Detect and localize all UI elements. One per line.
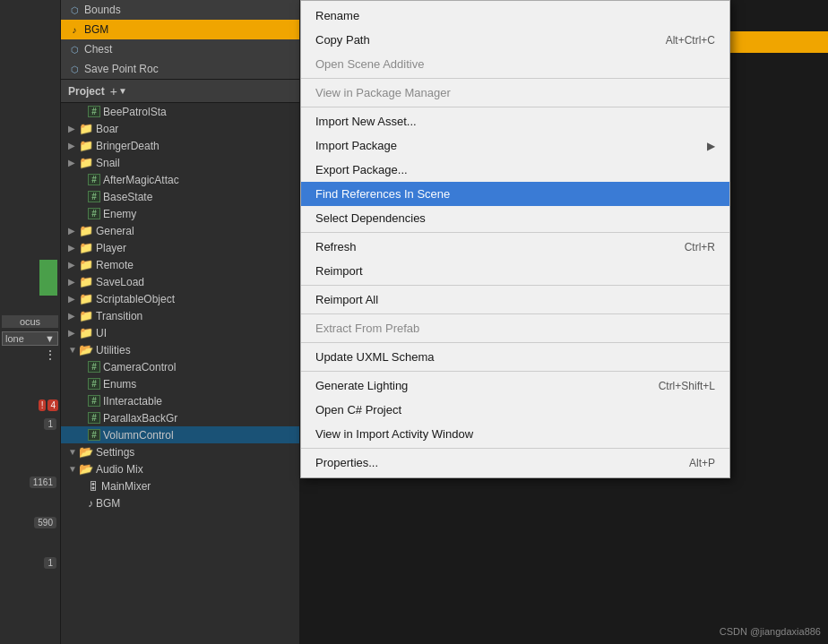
menu-item-label: Find References In Scene xyxy=(315,187,450,201)
tree-item-label: Transition xyxy=(96,310,142,322)
error-icon: ! xyxy=(39,399,47,411)
tree-item-label: BaseState xyxy=(103,191,152,203)
tree-item-utilities[interactable]: ▼ 📂 Utilities xyxy=(61,341,299,358)
project-tree[interactable]: # BeePatrolSta ▶ 📁 Boar ▶ 📁 BringerDeath… xyxy=(61,103,299,644)
more-options-icon[interactable]: ⋮ xyxy=(44,348,56,362)
scene-item-chest[interactable]: ⬡ Chest xyxy=(61,39,299,59)
folder-open-icon: 📂 xyxy=(79,462,93,476)
script-icon: # xyxy=(88,361,100,373)
tree-item-volumncontrol[interactable]: # VolumnControl xyxy=(61,426,299,443)
none-dropdown[interactable]: lone ▼ xyxy=(2,331,58,346)
tree-item-beepatrolsta[interactable]: # BeePatrolSta xyxy=(61,103,299,120)
tree-item-label: Utilities xyxy=(96,344,131,356)
menu-item-rename[interactable]: Rename xyxy=(301,4,729,28)
tree-item-remote[interactable]: ▶ 📁 Remote xyxy=(61,256,299,273)
info-badge-1: 1 xyxy=(44,416,56,430)
tree-item-label: ParallaxBackGr xyxy=(103,412,177,425)
audio-file-icon: ♪ xyxy=(88,497,93,510)
error-badge-area: ! 4 xyxy=(2,399,58,411)
tree-item-label: General xyxy=(96,225,134,237)
mesh-icon: ⬡ xyxy=(68,4,81,16)
menu-separator xyxy=(301,371,729,372)
script-icon: # xyxy=(88,429,100,441)
folder-icon: 📁 xyxy=(79,275,93,288)
info-badge-590: 590 xyxy=(34,515,56,528)
tree-item-label: Settings xyxy=(96,446,134,459)
folder-open-arrow-icon: ▼ xyxy=(68,447,79,457)
scene-item-bgm[interactable]: ♪ BGM xyxy=(61,20,299,39)
tree-item-snail[interactable]: ▶ 📁 Snail xyxy=(61,154,299,171)
tree-item-label: Enemy xyxy=(103,208,136,220)
menu-item-label: Select Dependencies xyxy=(315,211,426,225)
tree-item-parallaxbackgr[interactable]: # ParallaxBackGr xyxy=(61,409,299,426)
menu-item-generate-lighting[interactable]: Generate Lighting Ctrl+Shift+L xyxy=(301,374,729,398)
tree-item-cameracontrol[interactable]: # CameraControl xyxy=(61,358,299,375)
error-count: 4 xyxy=(47,399,58,411)
tree-item-basestate[interactable]: # BaseState xyxy=(61,188,299,205)
menu-separator xyxy=(301,313,729,314)
menu-item-open-csharp-project[interactable]: Open C# Project xyxy=(301,398,729,422)
mixer-icon: 🎛 xyxy=(88,480,99,493)
script-icon: # xyxy=(88,106,100,117)
scene-item-label: BGM xyxy=(84,23,108,36)
menu-item-update-uxml-schema[interactable]: Update UXML Schema xyxy=(301,345,729,369)
menu-item-reimport-all[interactable]: Reimport All xyxy=(301,288,729,312)
tree-item-transition[interactable]: ▶ 📁 Transition xyxy=(61,307,299,324)
add-button[interactable]: + ▼ xyxy=(110,84,127,99)
tree-item-player[interactable]: ▶ 📁 Player xyxy=(61,239,299,256)
tree-item-boar[interactable]: ▶ 📁 Boar xyxy=(61,120,299,137)
watermark: CSDN @jiangdaxia886 xyxy=(720,626,821,637)
menu-item-label: Copy Path xyxy=(315,33,370,47)
tree-item-saveload[interactable]: ▶ 📁 SaveLoad xyxy=(61,273,299,290)
folder-icon: 📁 xyxy=(79,292,93,305)
tree-item-enums[interactable]: # Enums xyxy=(61,375,299,392)
scene-header: ⬡ Bounds ♪ BGM ⬡ Chest ⬡ Save Point Roc xyxy=(61,0,299,80)
tree-item-settings[interactable]: ▼ 📂 Settings xyxy=(61,443,299,460)
folder-arrow-icon: ▶ xyxy=(68,328,79,338)
tree-item-enemy[interactable]: # Enemy xyxy=(61,205,299,222)
menu-item-view-import-activity[interactable]: View in Import Activity Window xyxy=(301,422,729,446)
menu-separator xyxy=(301,342,729,343)
folder-icon: 📁 xyxy=(79,156,93,169)
tree-item-label: Audio Mix xyxy=(96,463,143,476)
folder-icon: 📁 xyxy=(79,309,93,322)
menu-item-export-package[interactable]: Export Package... xyxy=(301,158,729,182)
menu-item-properties[interactable]: Properties... Alt+P xyxy=(301,451,729,475)
tree-item-ui[interactable]: ▶ 📁 UI xyxy=(61,324,299,341)
menu-shortcut: Alt+P xyxy=(689,457,715,469)
scene-item-savepoint[interactable]: ⬡ Save Point Roc xyxy=(61,59,299,79)
tree-item-scriptableobject[interactable]: ▶ 📁 ScriptableObject xyxy=(61,290,299,307)
script-icon: # xyxy=(88,378,100,390)
tree-item-mainmixer[interactable]: 🎛 MainMixer xyxy=(61,477,299,494)
menu-item-reimport[interactable]: Reimport xyxy=(301,259,729,283)
menu-item-label: Extract From Prefab xyxy=(315,322,419,335)
folder-arrow-icon: ▶ xyxy=(68,294,79,304)
script-icon: # xyxy=(88,174,100,185)
tree-item-label: Remote xyxy=(96,259,134,271)
menu-item-import-package[interactable]: Import Package ▶ xyxy=(301,133,729,158)
tree-item-aftermagicattac[interactable]: # AfterMagicAttac xyxy=(61,171,299,188)
menu-item-label: Generate Lighting xyxy=(315,379,408,392)
tree-item-label: AfterMagicAttac xyxy=(103,174,179,186)
tree-item-iinteractable[interactable]: # IInteractable xyxy=(61,392,299,409)
folder-open-icon: 📂 xyxy=(79,445,93,459)
menu-item-refresh[interactable]: Refresh Ctrl+R xyxy=(301,235,729,259)
tree-item-audiomix[interactable]: ▼ 📂 Audio Mix xyxy=(61,460,299,477)
tree-item-label: BeePatrolSta xyxy=(103,106,167,118)
tree-item-bringerdeath[interactable]: ▶ 📁 BringerDeath xyxy=(61,137,299,154)
menu-item-label: View in Import Activity Window xyxy=(315,427,473,441)
menu-item-label: View in Package Manager xyxy=(315,86,451,99)
menu-item-copy-path[interactable]: Copy Path Alt+Ctrl+C xyxy=(301,28,729,52)
menu-shortcut: Alt+Ctrl+C xyxy=(666,34,715,47)
scene-item-bounds[interactable]: ⬡ Bounds xyxy=(61,0,299,20)
tree-item-general[interactable]: ▶ 📁 General xyxy=(61,222,299,239)
menu-item-select-dependencies[interactable]: Select Dependencies xyxy=(301,206,729,230)
folder-icon: 📁 xyxy=(79,326,93,339)
tree-item-bgm[interactable]: ♪ BGM xyxy=(61,494,299,511)
menu-item-find-references[interactable]: Find References In Scene xyxy=(301,182,729,206)
folder-arrow-icon: ▶ xyxy=(68,141,79,150)
folder-open-arrow-icon: ▼ xyxy=(68,345,79,355)
menu-item-import-new-asset[interactable]: Import New Asset... xyxy=(301,109,729,133)
script-icon: # xyxy=(88,412,100,424)
menu-item-label: Import New Asset... xyxy=(315,115,417,128)
